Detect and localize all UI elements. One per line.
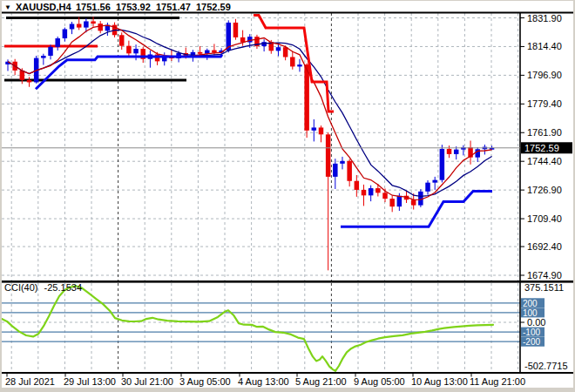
chart-window: 1831.901814.401796.901779.401761.901744.…	[2, 1, 573, 388]
price-axis-label: 1726.90	[527, 185, 562, 195]
time-axis-label: 28 Jul 2021	[5, 376, 55, 387]
cci-zero-label: 0.00	[527, 317, 545, 328]
ohlc-close: 1752.59	[196, 2, 231, 12]
price-axis-label: 1709.40	[527, 213, 562, 224]
candle-down	[447, 149, 452, 154]
time-axis-label: 30 Jul 21:00	[121, 376, 173, 387]
time-axis-label: 9 Aug 05:00	[354, 376, 405, 387]
time-axis-label: 3 Aug 05:00	[179, 376, 231, 387]
main-chart-area[interactable]	[5, 16, 494, 271]
candle-up	[454, 150, 459, 154]
candle-up	[48, 47, 53, 56]
candle-up	[133, 49, 139, 53]
candle-down	[347, 161, 352, 181]
candle-down	[362, 190, 367, 195]
candle-down	[119, 35, 125, 45]
timescale-divider	[2, 372, 573, 374]
cci-max-label: 375.1511	[524, 282, 564, 293]
candle-down	[233, 23, 239, 37]
time-axis-label: 10 Aug 13:00	[411, 376, 468, 387]
candle-down	[27, 80, 32, 83]
slow-ma-line	[8, 30, 492, 197]
fast-ma-line	[8, 25, 492, 199]
candle-up	[432, 180, 437, 183]
ohlc-high: 1753.92	[116, 2, 151, 12]
candle-down	[319, 127, 324, 134]
candle-down	[382, 193, 388, 199]
candle-down	[198, 52, 203, 54]
panel-borders	[2, 12, 573, 375]
cci-level-label: -200	[523, 337, 540, 347]
price-axis-label: 1692.40	[527, 241, 562, 252]
svg-text:XAUUSD,H4 1751.56: XAUUSD,H4 1751.56 1753.92 1751.47 1752.5…	[16, 2, 231, 12]
candle-up	[312, 127, 317, 130]
time-axis[interactable]: 28 Jul 202129 Jul 13:0030 Jul 21:003 Aug…	[5, 374, 525, 387]
grid-lines	[2, 13, 520, 372]
candle-down	[304, 64, 309, 131]
price-chart-canvas[interactable]: 1831.901814.401796.901779.401761.901744.…	[2, 1, 573, 388]
candle-down	[326, 134, 331, 177]
price-axis-label: 1779.40	[527, 98, 562, 109]
candle-up	[425, 183, 430, 192]
candle-up	[63, 29, 68, 38]
price-axis-label: 1674.90	[527, 270, 562, 280]
ohlc-open: 1751.56	[76, 2, 111, 12]
candle-up	[440, 149, 445, 180]
cci-line	[2, 286, 493, 371]
cci-level-label: 200	[523, 299, 538, 308]
cci-panel[interactable]	[2, 286, 520, 371]
candle-up	[84, 21, 89, 27]
symbol-dropdown-icon[interactable]: ▼	[4, 3, 11, 11]
price-axis-label: 1761.90	[527, 127, 562, 138]
candle-down	[91, 21, 96, 24]
candle-down	[411, 199, 416, 205]
candle-up	[41, 56, 46, 58]
candle-up	[333, 164, 338, 177]
ohlc-low: 1751.47	[156, 2, 191, 12]
chart-title-bar: ▼ XAUUSD,H4 1751.56 1753.92 1751.47 1752…	[4, 2, 231, 12]
svg-text:CCI(40) -25.1534: CCI(40) -25.1534	[4, 282, 82, 293]
candle-up	[55, 38, 60, 47]
candle-up	[340, 161, 345, 164]
indicator-value: -25.1534	[44, 282, 82, 293]
time-axis-label: 5 Aug 21:00	[295, 376, 347, 387]
price-axis-label: 1796.90	[527, 70, 562, 80]
candle-up	[369, 188, 374, 195]
time-axis-label: 4 Aug 13:00	[238, 376, 289, 387]
terminal-workspace: 1831.901814.401796.901779.401761.901744.…	[0, 0, 575, 392]
current-price-label: 1752.59	[524, 143, 559, 153]
trend-step-line	[36, 55, 222, 89]
cci-min-label: -502.7715	[524, 361, 568, 371]
candle-down	[126, 46, 132, 54]
indicator-label: CCI(40) -25.1534	[4, 282, 82, 293]
time-axis-label: 11 Aug 21:00	[470, 376, 525, 387]
candle-down	[98, 24, 103, 30]
time-axis-label: 29 Jul 13:00	[64, 376, 116, 387]
candle-down	[389, 199, 395, 206]
cci-level-label: -100	[523, 328, 540, 337]
candle-down	[77, 24, 82, 27]
candle-down	[355, 181, 360, 190]
candle-down	[290, 57, 295, 66]
price-axis[interactable]: 1831.901814.401796.901779.401761.901744.…	[520, 13, 568, 372]
candle-up	[70, 24, 75, 29]
price-axis-label: 1814.40	[527, 41, 562, 51]
candle-down	[283, 47, 288, 57]
title-divider	[2, 12, 573, 14]
indicator-divider	[2, 280, 573, 283]
price-axis-label: 1831.90	[527, 13, 562, 24]
symbol-label: XAUUSD,H4	[16, 2, 71, 12]
cci-level-label: 100	[523, 308, 538, 318]
candle-up	[276, 47, 281, 51]
candle-up	[297, 64, 302, 66]
candle-up	[397, 196, 402, 206]
current-price-marker: 1752.59	[2, 142, 572, 153]
price-axis-label: 1744.40	[527, 156, 562, 166]
candle-down	[375, 188, 381, 193]
indicator-name: CCI(40)	[4, 282, 38, 293]
